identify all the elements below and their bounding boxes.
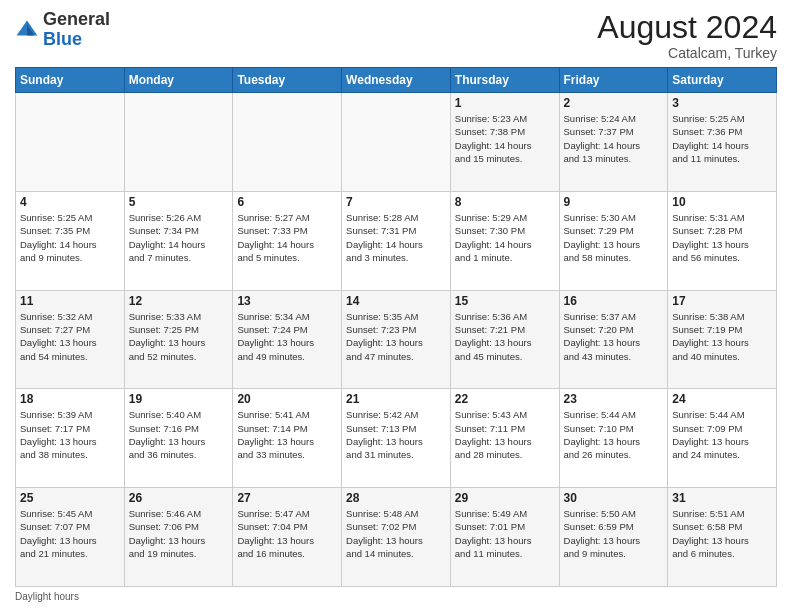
day-cell: 6Sunrise: 5:27 AM Sunset: 7:33 PM Daylig…	[233, 191, 342, 290]
day-number: 21	[346, 392, 446, 406]
day-cell: 30Sunrise: 5:50 AM Sunset: 6:59 PM Dayli…	[559, 488, 668, 587]
day-cell: 29Sunrise: 5:49 AM Sunset: 7:01 PM Dayli…	[450, 488, 559, 587]
day-cell: 16Sunrise: 5:37 AM Sunset: 7:20 PM Dayli…	[559, 290, 668, 389]
day-info: Sunrise: 5:41 AM Sunset: 7:14 PM Dayligh…	[237, 408, 337, 461]
day-cell	[342, 93, 451, 192]
logo-icon	[15, 18, 39, 42]
day-info: Sunrise: 5:25 AM Sunset: 7:36 PM Dayligh…	[672, 112, 772, 165]
day-cell: 5Sunrise: 5:26 AM Sunset: 7:34 PM Daylig…	[124, 191, 233, 290]
day-cell: 17Sunrise: 5:38 AM Sunset: 7:19 PM Dayli…	[668, 290, 777, 389]
day-cell: 9Sunrise: 5:30 AM Sunset: 7:29 PM Daylig…	[559, 191, 668, 290]
calendar-table: SundayMondayTuesdayWednesdayThursdayFrid…	[15, 67, 777, 587]
day-cell: 14Sunrise: 5:35 AM Sunset: 7:23 PM Dayli…	[342, 290, 451, 389]
day-info: Sunrise: 5:46 AM Sunset: 7:06 PM Dayligh…	[129, 507, 229, 560]
day-cell: 10Sunrise: 5:31 AM Sunset: 7:28 PM Dayli…	[668, 191, 777, 290]
day-info: Sunrise: 5:24 AM Sunset: 7:37 PM Dayligh…	[564, 112, 664, 165]
day-info: Sunrise: 5:43 AM Sunset: 7:11 PM Dayligh…	[455, 408, 555, 461]
day-number: 23	[564, 392, 664, 406]
calendar-header-row: SundayMondayTuesdayWednesdayThursdayFrid…	[16, 68, 777, 93]
day-info: Sunrise: 5:49 AM Sunset: 7:01 PM Dayligh…	[455, 507, 555, 560]
day-number: 25	[20, 491, 120, 505]
day-cell: 2Sunrise: 5:24 AM Sunset: 7:37 PM Daylig…	[559, 93, 668, 192]
day-cell: 24Sunrise: 5:44 AM Sunset: 7:09 PM Dayli…	[668, 389, 777, 488]
day-info: Sunrise: 5:28 AM Sunset: 7:31 PM Dayligh…	[346, 211, 446, 264]
day-cell: 1Sunrise: 5:23 AM Sunset: 7:38 PM Daylig…	[450, 93, 559, 192]
week-row-5: 25Sunrise: 5:45 AM Sunset: 7:07 PM Dayli…	[16, 488, 777, 587]
day-info: Sunrise: 5:35 AM Sunset: 7:23 PM Dayligh…	[346, 310, 446, 363]
col-header-sunday: Sunday	[16, 68, 125, 93]
month-title: August 2024	[597, 10, 777, 45]
day-info: Sunrise: 5:32 AM Sunset: 7:27 PM Dayligh…	[20, 310, 120, 363]
day-number: 10	[672, 195, 772, 209]
day-info: Sunrise: 5:34 AM Sunset: 7:24 PM Dayligh…	[237, 310, 337, 363]
day-number: 28	[346, 491, 446, 505]
day-number: 31	[672, 491, 772, 505]
col-header-tuesday: Tuesday	[233, 68, 342, 93]
day-info: Sunrise: 5:30 AM Sunset: 7:29 PM Dayligh…	[564, 211, 664, 264]
day-info: Sunrise: 5:23 AM Sunset: 7:38 PM Dayligh…	[455, 112, 555, 165]
day-cell: 23Sunrise: 5:44 AM Sunset: 7:10 PM Dayli…	[559, 389, 668, 488]
day-cell: 15Sunrise: 5:36 AM Sunset: 7:21 PM Dayli…	[450, 290, 559, 389]
day-info: Sunrise: 5:47 AM Sunset: 7:04 PM Dayligh…	[237, 507, 337, 560]
day-info: Sunrise: 5:31 AM Sunset: 7:28 PM Dayligh…	[672, 211, 772, 264]
day-number: 30	[564, 491, 664, 505]
col-header-wednesday: Wednesday	[342, 68, 451, 93]
day-number: 22	[455, 392, 555, 406]
day-cell: 21Sunrise: 5:42 AM Sunset: 7:13 PM Dayli…	[342, 389, 451, 488]
day-cell: 12Sunrise: 5:33 AM Sunset: 7:25 PM Dayli…	[124, 290, 233, 389]
day-number: 4	[20, 195, 120, 209]
day-info: Sunrise: 5:27 AM Sunset: 7:33 PM Dayligh…	[237, 211, 337, 264]
day-number: 27	[237, 491, 337, 505]
day-number: 24	[672, 392, 772, 406]
day-number: 12	[129, 294, 229, 308]
day-cell	[16, 93, 125, 192]
day-cell: 26Sunrise: 5:46 AM Sunset: 7:06 PM Dayli…	[124, 488, 233, 587]
day-cell: 19Sunrise: 5:40 AM Sunset: 7:16 PM Dayli…	[124, 389, 233, 488]
day-number: 14	[346, 294, 446, 308]
header: General Blue August 2024 Catalcam, Turke…	[15, 10, 777, 61]
day-number: 16	[564, 294, 664, 308]
day-cell: 11Sunrise: 5:32 AM Sunset: 7:27 PM Dayli…	[16, 290, 125, 389]
day-info: Sunrise: 5:50 AM Sunset: 6:59 PM Dayligh…	[564, 507, 664, 560]
day-number: 18	[20, 392, 120, 406]
day-cell: 27Sunrise: 5:47 AM Sunset: 7:04 PM Dayli…	[233, 488, 342, 587]
page: General Blue August 2024 Catalcam, Turke…	[0, 0, 792, 612]
day-cell	[124, 93, 233, 192]
day-info: Sunrise: 5:33 AM Sunset: 7:25 PM Dayligh…	[129, 310, 229, 363]
day-cell: 4Sunrise: 5:25 AM Sunset: 7:35 PM Daylig…	[16, 191, 125, 290]
day-info: Sunrise: 5:25 AM Sunset: 7:35 PM Dayligh…	[20, 211, 120, 264]
day-cell: 28Sunrise: 5:48 AM Sunset: 7:02 PM Dayli…	[342, 488, 451, 587]
day-info: Sunrise: 5:40 AM Sunset: 7:16 PM Dayligh…	[129, 408, 229, 461]
day-number: 3	[672, 96, 772, 110]
day-cell	[233, 93, 342, 192]
day-info: Sunrise: 5:37 AM Sunset: 7:20 PM Dayligh…	[564, 310, 664, 363]
day-number: 5	[129, 195, 229, 209]
day-number: 19	[129, 392, 229, 406]
day-cell: 31Sunrise: 5:51 AM Sunset: 6:58 PM Dayli…	[668, 488, 777, 587]
day-number: 1	[455, 96, 555, 110]
day-number: 11	[20, 294, 120, 308]
day-number: 20	[237, 392, 337, 406]
week-row-1: 1Sunrise: 5:23 AM Sunset: 7:38 PM Daylig…	[16, 93, 777, 192]
day-cell: 18Sunrise: 5:39 AM Sunset: 7:17 PM Dayli…	[16, 389, 125, 488]
col-header-saturday: Saturday	[668, 68, 777, 93]
day-number: 7	[346, 195, 446, 209]
day-number: 17	[672, 294, 772, 308]
day-info: Sunrise: 5:29 AM Sunset: 7:30 PM Dayligh…	[455, 211, 555, 264]
day-cell: 8Sunrise: 5:29 AM Sunset: 7:30 PM Daylig…	[450, 191, 559, 290]
day-info: Sunrise: 5:48 AM Sunset: 7:02 PM Dayligh…	[346, 507, 446, 560]
col-header-thursday: Thursday	[450, 68, 559, 93]
day-info: Sunrise: 5:26 AM Sunset: 7:34 PM Dayligh…	[129, 211, 229, 264]
title-block: August 2024 Catalcam, Turkey	[597, 10, 777, 61]
day-info: Sunrise: 5:38 AM Sunset: 7:19 PM Dayligh…	[672, 310, 772, 363]
day-number: 26	[129, 491, 229, 505]
col-header-monday: Monday	[124, 68, 233, 93]
day-info: Sunrise: 5:44 AM Sunset: 7:10 PM Dayligh…	[564, 408, 664, 461]
day-number: 8	[455, 195, 555, 209]
day-cell: 22Sunrise: 5:43 AM Sunset: 7:11 PM Dayli…	[450, 389, 559, 488]
col-header-friday: Friday	[559, 68, 668, 93]
day-info: Sunrise: 5:36 AM Sunset: 7:21 PM Dayligh…	[455, 310, 555, 363]
day-number: 13	[237, 294, 337, 308]
logo-general-text: General	[43, 9, 110, 29]
day-number: 9	[564, 195, 664, 209]
